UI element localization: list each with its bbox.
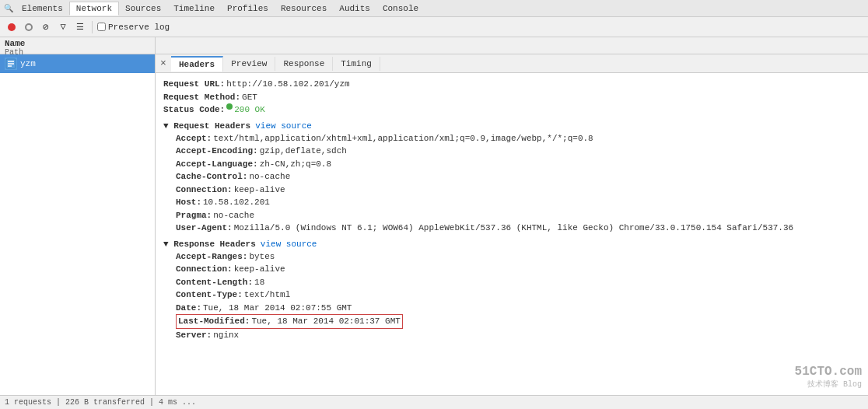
request-method-value: GET [242,91,257,104]
content-length-label: Content-Length: [176,276,253,289]
clear-button[interactable]: ⊘ [39,20,53,34]
right-panel-header: × Headers Preview Response Timing [156,54,868,73]
date-label: Date: [176,302,201,315]
tab-preview[interactable]: Preview [223,57,275,71]
stop-icon [25,23,33,31]
close-button[interactable]: × [157,58,170,70]
connection2-row: Connection: keep-alive [176,263,860,276]
accept-language-value: zh-CN,zh;q=0.8 [260,158,331,171]
menu-item-console[interactable]: Console [376,2,425,15]
status-code-row: Status Code: 200 OK [163,103,860,117]
tab-response[interactable]: Response [275,57,333,71]
connection-row: Connection: keep-alive [176,184,860,197]
request-url-label: Request URL: [163,78,225,91]
record-button[interactable] [5,20,19,34]
cache-control-row: Cache-Control: no-cache [176,170,860,184]
record-icon [8,23,16,31]
right-panel: × Headers Preview Response Timing Reques… [156,54,868,409]
clear-icon: ⊘ [43,21,49,33]
pragma-row: Pragma: no-cache [176,209,860,222]
menu-item-resources[interactable]: Resources [275,2,333,15]
accept-ranges-row: Accept-Ranges: bytes [176,250,860,264]
accept-ranges-label: Accept-Ranges: [176,250,247,264]
request-method-row: Request Method: GET [163,91,860,104]
content-type-row: Content-Type: text/html [176,288,860,302]
content-length-row: Content-Length: 18 [176,276,860,289]
host-row: Host: 10.58.102.201 [176,196,860,209]
response-headers-label: ▼ Response Headers [163,239,256,249]
server-row: Server: nginx [176,329,860,342]
user-agent-row: User-Agent: Mozilla/5.0 (Windows NT 6.1;… [176,222,860,235]
menu-item-network[interactable]: Network [69,2,119,16]
headers-content: Request URL: http://10.58.102.201/yzm Re… [156,73,868,409]
content-type-value: text/html [244,288,290,302]
request-headers-list: Accept: text/html,application/xhtml+xml,… [163,132,860,235]
response-headers-title: ▼ Response Headers view source [163,239,860,249]
accept-encoding-label: Accept-Encoding: [176,145,258,158]
list-view-button[interactable]: ☰ [73,20,87,34]
watermark-main-text: 51CTO.com [795,365,862,379]
menu-item-timeline[interactable]: Timeline [167,2,221,15]
last-modified-highlight: Last-Modified: Tue, 18 Mar 2014 02:01:37… [176,314,403,329]
response-view-source-link[interactable]: view source [261,239,317,249]
status-code-value: 200 OK [234,103,265,117]
menu-item-profiles[interactable]: Profiles [221,2,275,15]
menu-item-sources[interactable]: Sources [119,2,167,15]
content-length-value: 18 [254,276,264,289]
column-name-label: Name [5,39,150,48]
list-item[interactable]: yzm [0,54,155,73]
accept-label: Accept: [176,132,212,145]
watermark: 51CTO.com 技术博客 Blog [795,365,862,390]
connection2-value: keep-alive [234,263,285,276]
toolbar: ⊘ ▽ ☰ Preserve log [0,17,868,37]
request-view-source-link[interactable]: view source [255,121,312,131]
user-agent-value: Mozilla/5.0 (Windows NT 6.1; WOW64) Appl… [234,222,794,235]
request-method-label: Request Method: [163,91,240,104]
menu-item-elements[interactable]: Elements [16,2,69,15]
tab-timing[interactable]: Timing [333,57,380,71]
server-label: Server: [176,329,212,342]
accept-row: Accept: text/html,application/xhtml+xml,… [176,132,860,145]
preserve-log-checkbox[interactable] [97,23,106,31]
status-bar-text: 1 requests | 226 B transferred | 4 ms ..… [5,398,196,407]
server-value: nginx [213,329,239,342]
column-headers: Name Path [0,37,868,54]
menu-bar: 🔍 Elements Network Sources Timeline Prof… [0,0,868,17]
accept-language-label: Accept-Language: [176,158,258,171]
left-panel: yzm [0,54,156,409]
user-agent-label: User-Agent: [176,222,233,235]
tab-headers[interactable]: Headers [171,56,223,72]
file-name: yzm [20,59,36,68]
status-bar: 1 requests | 226 B transferred | 4 ms ..… [0,395,868,409]
file-icon [5,58,17,70]
stop-button[interactable] [22,20,36,34]
pragma-label: Pragma: [176,209,212,222]
last-modified-label: Last-Modified: [178,315,250,328]
separator [92,21,93,33]
connection-value: keep-alive [234,184,285,197]
accept-ranges-value: bytes [249,250,275,264]
cache-control-value: no-cache [249,170,290,184]
status-green-dot [226,103,233,110]
accept-encoding-value: gzip,deflate,sdch [260,145,347,158]
request-url-value: http://10.58.102.201/yzm [226,78,349,91]
search-icon: 🔍 [3,3,14,14]
connection2-label: Connection: [176,263,233,276]
request-headers-title: ▼ Request Headers view source [163,121,860,131]
date-value: Tue, 18 Mar 2014 02:07:55 GMT [203,302,352,315]
filter-button[interactable]: ▽ [56,20,70,34]
host-label: Host: [176,196,201,209]
menu-item-audits[interactable]: Audits [333,2,376,15]
main-layout: Name Path yzm × [0,37,868,409]
accept-value: text/html,application/xhtml+xml,applicat… [213,132,593,145]
left-panel-header: Name Path [0,37,156,54]
response-headers-list: Accept-Ranges: bytes Connection: keep-al… [163,250,860,342]
cache-control-label: Cache-Control: [176,170,247,184]
content-type-label: Content-Type: [176,288,243,302]
host-value: 10.58.102.201 [203,196,270,209]
request-headers-label: ▼ Request Headers [163,121,250,131]
filter-icon: ▽ [60,21,65,33]
accept-encoding-row: Accept-Encoding: gzip,deflate,sdch [176,145,860,158]
watermark-sub-text: 技术博客 Blog [795,379,862,390]
preserve-log-label[interactable]: Preserve log [97,23,170,32]
